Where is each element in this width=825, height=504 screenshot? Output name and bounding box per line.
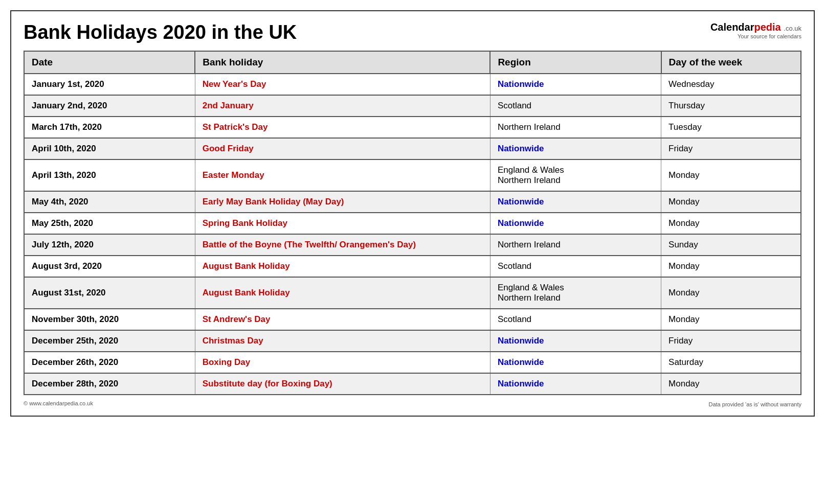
page-title: Bank Holidays 2020 in the UK: [24, 21, 297, 43]
logo-area: Calendarpedia .co.uk Your source for cal…: [710, 21, 801, 39]
cell-day: Friday: [661, 330, 801, 352]
cell-holiday: New Year's Day: [195, 74, 490, 95]
cell-day: Monday: [661, 213, 801, 234]
cell-date: August 31st, 2020: [24, 277, 195, 309]
table-row: May 4th, 2020Early May Bank Holiday (May…: [24, 191, 801, 213]
cell-date: August 3rd, 2020: [24, 256, 195, 277]
table-row: December 25th, 2020Christmas DayNationwi…: [24, 330, 801, 352]
header-holiday: Bank holiday: [195, 51, 490, 74]
table-row: April 13th, 2020Easter MondayEngland & W…: [24, 159, 801, 191]
cell-day: Friday: [661, 138, 801, 159]
cell-holiday: Easter Monday: [195, 159, 490, 191]
cell-region: Nationwide: [490, 191, 661, 213]
table-row: August 31st, 2020August Bank HolidayEngl…: [24, 277, 801, 309]
cell-holiday: Good Friday: [195, 138, 490, 159]
cell-date: November 30th, 2020: [24, 309, 195, 330]
cell-region: England & WalesNorthern Ireland: [490, 159, 661, 191]
header-row: Bank Holidays 2020 in the UK Calendarped…: [24, 21, 801, 43]
logo-tagline: Your source for calendars: [710, 33, 801, 39]
cell-day: Wednesday: [661, 74, 801, 95]
cell-region: Scotland: [490, 309, 661, 330]
cell-date: May 4th, 2020: [24, 191, 195, 213]
cell-holiday: August Bank Holiday: [195, 256, 490, 277]
cell-day: Tuesday: [661, 117, 801, 138]
cell-date: January 1st, 2020: [24, 74, 195, 95]
cell-holiday: St Patrick's Day: [195, 117, 490, 138]
cell-region: Nationwide: [490, 373, 661, 395]
cell-holiday: Spring Bank Holiday: [195, 213, 490, 234]
cell-date: April 13th, 2020: [24, 159, 195, 191]
cell-day: Monday: [661, 191, 801, 213]
table-row: December 26th, 2020Boxing DayNationwideS…: [24, 352, 801, 373]
cell-region: Nationwide: [490, 352, 661, 373]
cell-region: Nationwide: [490, 74, 661, 95]
cell-date: December 26th, 2020: [24, 352, 195, 373]
cell-date: May 25th, 2020: [24, 213, 195, 234]
cell-day: Monday: [661, 373, 801, 395]
footer-url: © www.calendarpedia.co.uk: [24, 400, 93, 407]
cell-day: Monday: [661, 277, 801, 309]
cell-holiday: August Bank Holiday: [195, 277, 490, 309]
cell-date: July 12th, 2020: [24, 234, 195, 256]
table-row: May 25th, 2020Spring Bank HolidayNationw…: [24, 213, 801, 234]
cell-day: Thursday: [661, 95, 801, 117]
header-day: Day of the week: [661, 51, 801, 74]
cell-region: Northern Ireland: [490, 234, 661, 256]
cell-region: Nationwide: [490, 138, 661, 159]
table-row: March 17th, 2020St Patrick's DayNorthern…: [24, 117, 801, 138]
footer-note: Data provided 'as is' without warranty: [708, 401, 801, 407]
cell-region: Nationwide: [490, 330, 661, 352]
cell-holiday: Battle of the Boyne (The Twelfth/ Orange…: [195, 234, 490, 256]
table-row: January 2nd, 20202nd JanuaryScotlandThur…: [24, 95, 801, 117]
cell-day: Saturday: [661, 352, 801, 373]
cell-date: January 2nd, 2020: [24, 95, 195, 117]
table-row: November 30th, 2020St Andrew's DayScotla…: [24, 309, 801, 330]
table-row: January 1st, 2020New Year's DayNationwid…: [24, 74, 801, 95]
cell-region: Northern Ireland: [490, 117, 661, 138]
table-header-row: Date Bank holiday Region Day of the week: [24, 51, 801, 74]
table-row: July 12th, 2020Battle of the Boyne (The …: [24, 234, 801, 256]
cell-day: Monday: [661, 256, 801, 277]
cell-date: April 10th, 2020: [24, 138, 195, 159]
cell-date: December 28th, 2020: [24, 373, 195, 395]
logo-brand: Calendarpedia .co.uk: [710, 21, 801, 33]
cell-holiday: 2nd January: [195, 95, 490, 117]
cell-region: Nationwide: [490, 213, 661, 234]
table-row: August 3rd, 2020August Bank HolidayScotl…: [24, 256, 801, 277]
header-date: Date: [24, 51, 195, 74]
cell-date: December 25th, 2020: [24, 330, 195, 352]
holidays-table: Date Bank holiday Region Day of the week…: [24, 51, 801, 395]
cell-day: Monday: [661, 309, 801, 330]
page-wrapper: Bank Holidays 2020 in the UK Calendarped…: [10, 10, 815, 417]
header-region: Region: [490, 51, 661, 74]
cell-holiday: St Andrew's Day: [195, 309, 490, 330]
cell-holiday: Boxing Day: [195, 352, 490, 373]
table-row: April 10th, 2020Good FridayNationwideFri…: [24, 138, 801, 159]
cell-day: Monday: [661, 159, 801, 191]
cell-day: Sunday: [661, 234, 801, 256]
cell-region: Scotland: [490, 95, 661, 117]
table-row: December 28th, 2020Substitute day (for B…: [24, 373, 801, 395]
cell-date: March 17th, 2020: [24, 117, 195, 138]
cell-region: England & WalesNorthern Ireland: [490, 277, 661, 309]
cell-holiday: Christmas Day: [195, 330, 490, 352]
cell-holiday: Substitute day (for Boxing Day): [195, 373, 490, 395]
cell-holiday: Early May Bank Holiday (May Day): [195, 191, 490, 213]
cell-region: Scotland: [490, 256, 661, 277]
